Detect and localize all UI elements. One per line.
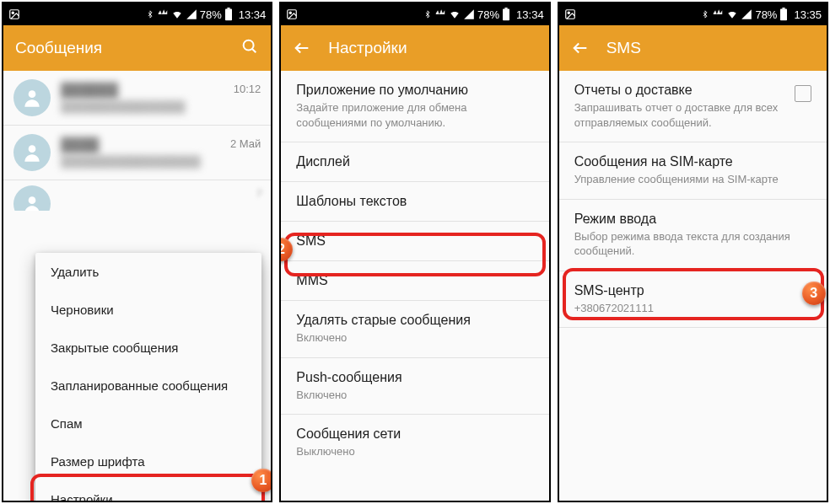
svg-point-4: [244, 40, 254, 50]
setting-primary: Сообщения сети: [296, 426, 533, 442]
setting-primary: Дисплей: [296, 154, 533, 169]
image-icon: [564, 8, 576, 20]
wifi-icon: [726, 8, 738, 20]
overflow-menu: Удалить Черновики Закрытые сообщения Зап…: [35, 253, 261, 501]
clock-time: 13:34: [516, 8, 544, 21]
svg-point-14: [568, 12, 569, 13]
avatar: [13, 79, 51, 116]
setting-mms[interactable]: MMS: [281, 261, 548, 300]
status-bar: 78% 13:35: [559, 3, 827, 25]
contact-name: ████: [61, 137, 230, 153]
signal-icon: [463, 8, 475, 20]
setting-sim-messages[interactable]: Сообщения на SIM-карте Управление сообще…: [559, 142, 827, 199]
setting-primary: Режим ввода: [574, 212, 811, 227]
setting-delivery-reports[interactable]: Отчеты о доставке Запрашивать отчет о до…: [559, 71, 827, 142]
battery-percent: 78%: [477, 8, 499, 21]
svg-rect-3: [227, 8, 229, 9]
setting-primary: Сообщения на SIM-карте: [574, 154, 811, 169]
setting-primary: Шаблоны текстов: [296, 194, 533, 209]
menu-item-font-size[interactable]: Размер шрифта: [35, 442, 261, 480]
bluetooth-icon: [146, 8, 154, 20]
setting-primary: MMS: [296, 273, 533, 288]
battery-icon: [502, 8, 510, 21]
sms-settings-list: Отчеты о доставке Запрашивать отчет о до…: [559, 71, 827, 501]
svg-point-7: [29, 145, 36, 153]
setting-secondary: Выключено: [296, 444, 533, 459]
contact-name: ██████: [61, 83, 234, 98]
svg-point-6: [29, 90, 36, 98]
battery-icon: [779, 8, 788, 21]
back-icon[interactable]: [293, 39, 311, 57]
back-icon[interactable]: [571, 39, 590, 57]
search-icon[interactable]: [240, 37, 259, 60]
setting-sms[interactable]: SMS: [281, 222, 548, 260]
svg-point-10: [289, 12, 291, 13]
setting-primary: SMS: [296, 233, 533, 249]
svg-rect-16: [783, 8, 785, 9]
setting-default-app[interactable]: Приложение по умолчанию Задайте приложен…: [281, 71, 548, 142]
svg-rect-12: [505, 8, 508, 9]
menu-item-settings[interactable]: Настройки: [35, 480, 261, 501]
setting-secondary: Запрашивать отчет о доставке для всех от…: [574, 100, 784, 130]
setting-primary: SMS-центр: [574, 283, 811, 298]
signal-icon: [186, 8, 197, 20]
conversation-list: ██████ ████████████████ 10:12 ████ █████…: [3, 71, 271, 501]
wifi-icon: [171, 8, 183, 20]
svg-rect-11: [503, 9, 509, 21]
action-bar: SMS: [559, 25, 827, 71]
setting-secondary: Включено: [296, 330, 533, 346]
conversation-item[interactable]: ████ ██████████████████ 2 Май: [3, 126, 271, 180]
setting-sms-center[interactable]: SMS-центр +380672021111: [559, 271, 827, 328]
svg-point-8: [29, 196, 36, 204]
status-bar: 78% 13:34: [3, 3, 271, 25]
setting-secondary: +380672021111: [574, 301, 811, 316]
svg-rect-2: [225, 9, 232, 21]
checkbox-unchecked[interactable]: [795, 85, 811, 102]
status-bar: 78% 13:34: [281, 3, 548, 25]
setting-secondary: Задайте приложение для обмена сообщениям…: [296, 100, 533, 130]
setting-delete-old[interactable]: Удалять старые сообщения Включено: [281, 301, 548, 357]
divider: [559, 327, 827, 328]
menu-item-drafts[interactable]: Черновики: [35, 291, 261, 329]
clock-time: 13:35: [794, 8, 822, 21]
setting-secondary: Включено: [296, 388, 533, 403]
menu-item-delete[interactable]: Удалить: [35, 253, 261, 291]
conversation-item[interactable]: ██████ ████████████████ 10:12: [3, 71, 271, 125]
setting-display[interactable]: Дисплей: [281, 142, 548, 181]
setting-secondary: Выбор режима ввода текста для создания с…: [574, 229, 811, 259]
signal-icon: [741, 8, 752, 20]
page-title: SMS: [606, 39, 641, 57]
message-preview: ████████████████: [61, 100, 234, 113]
setting-secondary: Управление сообщениями на SIM-карте: [574, 172, 811, 187]
vibrate-icon: [712, 8, 724, 20]
setting-push[interactable]: Push-сообщения Включено: [281, 358, 548, 415]
tutorial-badge-1: 1: [251, 469, 271, 492]
setting-primary: Push-сообщения: [296, 370, 533, 385]
setting-input-mode[interactable]: Режим ввода Выбор режима ввода текста дл…: [559, 200, 827, 271]
message-time: 2 Май: [230, 137, 261, 150]
avatar: [13, 185, 51, 211]
svg-line-5: [252, 48, 256, 51]
avatar: [13, 134, 51, 171]
message-preview: ██████████████████: [61, 155, 230, 168]
svg-rect-15: [780, 9, 787, 21]
page-title: Настройки: [328, 39, 407, 57]
setting-primary: Отчеты о доставке: [574, 83, 784, 98]
clock-time: 13:34: [239, 8, 267, 21]
phone-screen-2: 78% 13:34 Настройки Приложение по умолча…: [279, 2, 550, 502]
phone-screen-3: 78% 13:35 SMS Отчеты о доставке Запрашив…: [558, 2, 828, 502]
setting-cell-broadcast[interactable]: Сообщения сети Выключено: [281, 415, 548, 471]
image-icon: [8, 8, 20, 20]
wifi-icon: [449, 8, 461, 20]
svg-point-1: [12, 12, 13, 13]
battery-icon: [224, 8, 233, 21]
menu-item-locked[interactable]: Закрытые сообщения: [35, 329, 261, 367]
setting-templates[interactable]: Шаблоны текстов: [281, 182, 548, 221]
menu-item-scheduled[interactable]: Запланированные сообщения: [35, 367, 261, 405]
action-bar: Сообщения: [3, 25, 271, 71]
settings-list: Приложение по умолчанию Задайте приложен…: [281, 71, 548, 501]
battery-percent: 78%: [755, 8, 777, 21]
menu-item-spam[interactable]: Спам: [35, 405, 261, 442]
bluetooth-icon: [423, 8, 432, 20]
page-title: Сообщения: [15, 39, 102, 57]
